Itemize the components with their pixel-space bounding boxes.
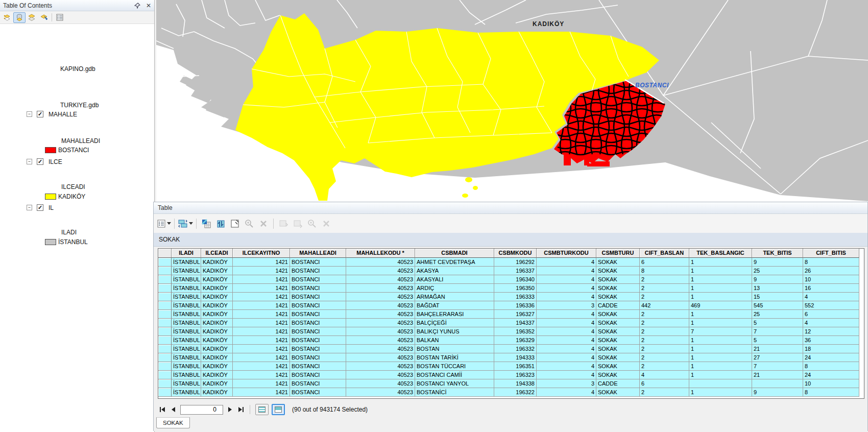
cell[interactable]: BAĞDAT xyxy=(415,301,494,310)
cell[interactable]: 40523 xyxy=(346,371,415,379)
cell[interactable]: BOSTANCI xyxy=(290,327,346,336)
row-selector[interactable] xyxy=(158,293,172,301)
cell[interactable]: BOSTAN TARİKİ xyxy=(415,353,494,362)
table-options-caret[interactable] xyxy=(167,222,171,225)
cell[interactable]: 196322 xyxy=(494,388,537,397)
cell[interactable]: 4 xyxy=(537,362,596,371)
map-viewport[interactable]: KADIKÖY BOSTANCI xyxy=(156,0,868,202)
cell[interactable]: 9 xyxy=(752,388,803,397)
cell[interactable]: CADDE xyxy=(596,301,640,310)
cell[interactable]: 2 xyxy=(640,345,689,353)
cell[interactable]: 40523 xyxy=(346,336,415,345)
row-selector[interactable] xyxy=(158,388,172,397)
cell[interactable]: 1421 xyxy=(233,327,290,336)
cell[interactable]: 36 xyxy=(803,336,859,345)
cell[interactable]: 10 xyxy=(803,379,859,388)
row-selector[interactable] xyxy=(158,310,172,319)
cell[interactable]: 1 xyxy=(689,319,752,327)
cell[interactable]: AHMET CEVDETPAŞA xyxy=(415,258,494,267)
cell[interactable]: 8 xyxy=(803,362,859,371)
cell[interactable]: İSTANBUL xyxy=(172,353,201,362)
list-by-drawing-order-button[interactable] xyxy=(1,12,13,23)
cell[interactable]: 196351 xyxy=(494,362,537,371)
cell[interactable]: 4 xyxy=(537,371,596,379)
show-selected-records-button[interactable] xyxy=(272,404,285,415)
cell[interactable]: BOSTANCI xyxy=(290,267,346,275)
cell[interactable]: BOSTANCI xyxy=(290,353,346,362)
column-header-csmbturkodu[interactable]: CSMBTURKODU xyxy=(537,249,596,258)
cell[interactable]: BOSTANCI xyxy=(290,345,346,353)
cell[interactable]: KADIKÖY xyxy=(201,362,233,371)
cell[interactable]: 5 xyxy=(752,336,803,345)
cell[interactable]: İSTANBUL xyxy=(172,284,201,293)
cell[interactable]: 15 xyxy=(752,293,803,301)
cell[interactable]: 40523 xyxy=(346,353,415,362)
zoom-related-button[interactable] xyxy=(305,217,319,230)
cell[interactable]: 40523 xyxy=(346,293,415,301)
cell[interactable]: 8 xyxy=(803,258,859,267)
cell[interactable]: 4 xyxy=(803,293,859,301)
cell[interactable]: BOSTANCI xyxy=(290,275,346,284)
cell[interactable]: AKASYALI xyxy=(415,275,494,284)
cell[interactable]: KADIKÖY xyxy=(201,388,233,397)
legend-swatch[interactable] xyxy=(45,147,56,153)
remove-relate-button[interactable] xyxy=(320,217,333,230)
cell[interactable]: 26 xyxy=(803,267,859,275)
cell[interactable]: 4 xyxy=(537,293,596,301)
cell[interactable]: İSTANBUL xyxy=(172,310,201,319)
cell[interactable]: 24 xyxy=(803,353,859,362)
cell[interactable]: KADIKÖY xyxy=(201,379,233,388)
cell[interactable]: KADIKÖY xyxy=(201,301,233,310)
column-header-tek-baslangic[interactable]: TEK_BASLANGIC xyxy=(689,249,752,258)
cell[interactable]: 4 xyxy=(640,371,689,379)
cell[interactable]: 442 xyxy=(640,301,689,310)
cell[interactable]: 2 xyxy=(640,319,689,327)
cell[interactable]: BALÇİÇEĞİ xyxy=(415,319,494,327)
cell[interactable]: BOSTANCI xyxy=(290,319,346,327)
layer-visibility-checkbox[interactable]: ✓ xyxy=(37,158,43,165)
last-record-button[interactable] xyxy=(236,405,246,414)
row-selector[interactable] xyxy=(158,327,172,336)
cell[interactable]: 40523 xyxy=(346,379,415,388)
cell[interactable]: BOSTANİCİ xyxy=(415,388,494,397)
cell[interactable]: BOSTANCI YANYOL xyxy=(415,379,494,388)
cell[interactable]: 4 xyxy=(537,267,596,275)
cell[interactable]: 40523 xyxy=(346,345,415,353)
cell[interactable]: 1 xyxy=(689,336,752,345)
cell[interactable]: 469 xyxy=(689,301,752,310)
cell[interactable]: SOKAK xyxy=(596,310,640,319)
cell[interactable]: BOSTANCI xyxy=(290,301,346,310)
cell[interactable]: 196329 xyxy=(494,336,537,345)
table-tab-sokak[interactable]: SOKAK xyxy=(156,417,190,428)
cell[interactable]: BOSTAN TÜCCARI xyxy=(415,362,494,371)
cell[interactable]: BOSTANCI xyxy=(290,379,346,388)
row-selector[interactable] xyxy=(158,275,172,284)
cell[interactable]: 4 xyxy=(537,275,596,284)
list-by-visibility-button[interactable] xyxy=(26,12,38,23)
cell[interactable]: İSTANBUL xyxy=(172,371,201,379)
cell[interactable]: BOSTANCI xyxy=(290,293,346,301)
cell[interactable]: BALKAN xyxy=(415,336,494,345)
delete-selected-button[interactable] xyxy=(257,217,270,230)
cell[interactable]: 2 xyxy=(640,275,689,284)
cell[interactable]: 40523 xyxy=(346,284,415,293)
first-record-button[interactable] xyxy=(158,405,167,414)
row-selector[interactable] xyxy=(158,353,172,362)
cell[interactable]: 1421 xyxy=(233,336,290,345)
cell[interactable]: BOSTANCI CAMİİ xyxy=(415,371,494,379)
cell[interactable]: 40523 xyxy=(346,267,415,275)
cell[interactable]: 2 xyxy=(640,353,689,362)
cell[interactable]: BOSTANCI xyxy=(290,371,346,379)
cell[interactable]: 4 xyxy=(537,319,596,327)
cell[interactable]: 6 xyxy=(640,379,689,388)
cell[interactable]: 21 xyxy=(752,371,803,379)
cell[interactable]: 4 xyxy=(537,327,596,336)
cell[interactable]: ARMAĞAN xyxy=(415,293,494,301)
list-by-selection-button[interactable] xyxy=(38,12,50,23)
cell[interactable]: SOKAK xyxy=(596,284,640,293)
row-selector[interactable] xyxy=(158,371,172,379)
toc-titlebar[interactable]: Table Of Contents ✕ xyxy=(0,0,154,11)
cell[interactable]: KADIKÖY xyxy=(201,284,233,293)
row-selector[interactable] xyxy=(158,301,172,310)
cell[interactable]: İSTANBUL xyxy=(172,275,201,284)
